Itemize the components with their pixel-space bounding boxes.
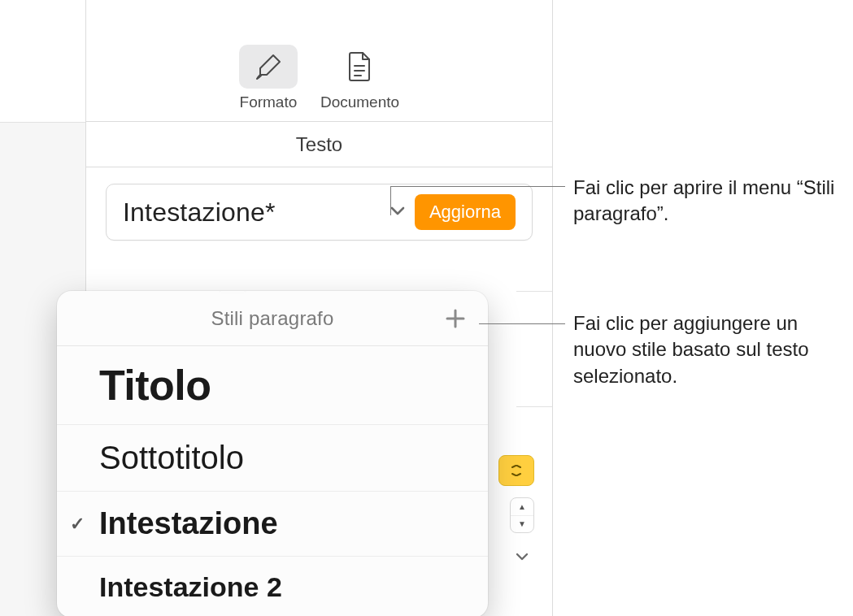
paragraph-styles-menu: Stili paragrafo Titolo Sottotitolo ✓ Int… — [57, 291, 488, 616]
paragraph-styles-title: Stili paragrafo — [104, 307, 441, 330]
stepper[interactable]: ▲ ▼ — [510, 497, 534, 533]
paragraph-style-current: Intestazione* — [123, 197, 389, 228]
paragraph-styles-header: Stili paragrafo — [57, 291, 488, 346]
sidebar-extra-controls: ▲ ▼ — [498, 455, 534, 569]
stepper-down-icon[interactable]: ▼ — [511, 516, 533, 533]
update-style-button[interactable]: Aggiorna — [415, 194, 516, 230]
toolbar-format-label: Formato — [240, 93, 298, 111]
add-style-button[interactable] — [441, 304, 470, 333]
callout-add-style: Fai clic per aggiungere un nuovo stile b… — [573, 310, 850, 389]
disclosure-chevron-icon[interactable] — [510, 544, 534, 569]
divider — [516, 406, 552, 407]
update-style-label: Aggiorna — [429, 202, 501, 223]
paintbrush-icon — [239, 45, 298, 89]
color-popup-button[interactable] — [498, 455, 534, 486]
stepper-up-icon[interactable]: ▲ — [511, 498, 533, 516]
chevron-down-icon — [389, 202, 407, 223]
style-item-sottotitolo[interactable]: Sottotitolo — [57, 425, 488, 492]
toolbar-format[interactable]: Formato — [239, 45, 298, 111]
style-item-intestazione[interactable]: ✓ Intestazione — [57, 492, 488, 557]
style-item-label: Intestazione — [99, 506, 278, 540]
toolbar-document[interactable]: Documento — [320, 45, 399, 111]
document-icon — [330, 45, 389, 89]
checkmark-icon: ✓ — [70, 514, 85, 535]
paragraph-style-popup[interactable]: Intestazione* Aggiorna — [106, 184, 533, 241]
paragraph-style-row: Intestazione* Aggiorna — [86, 167, 552, 257]
style-item-titolo[interactable]: Titolo — [57, 346, 488, 425]
paragraph-styles-list: Titolo Sottotitolo ✓ Intestazione Intest… — [57, 346, 488, 616]
inspector-tabs: Testo — [86, 122, 552, 167]
style-item-intestazione-2[interactable]: Intestazione 2 — [57, 557, 488, 616]
tab-text[interactable]: Testo — [296, 133, 342, 156]
style-item-label: Titolo — [99, 362, 211, 409]
callout-leader — [390, 186, 565, 187]
style-item-label: Intestazione 2 — [99, 571, 282, 602]
callout-leader — [390, 186, 391, 215]
callout-leader — [479, 323, 565, 324]
callout-open-menu: Fai clic per aprire il menu “Stili parag… — [573, 175, 850, 228]
divider — [516, 291, 552, 292]
style-item-label: Sottotitolo — [99, 440, 244, 475]
toolbar-document-label: Documento — [320, 93, 399, 111]
inspector-toolbar: Formato Documento — [86, 0, 552, 122]
